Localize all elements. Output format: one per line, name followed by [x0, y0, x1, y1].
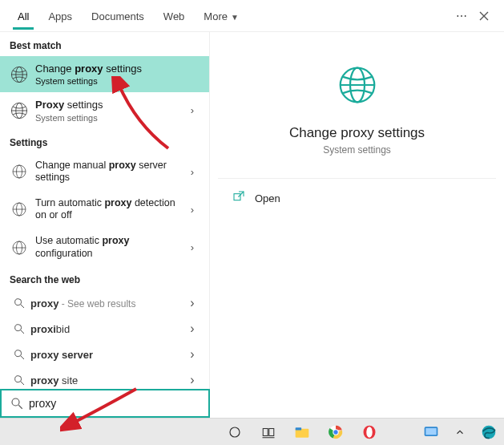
search-icon — [8, 322, 30, 335]
tab-apps[interactable]: Apps — [38, 2, 82, 29]
result-subtitle: System settings — [35, 113, 183, 123]
section-best-match: Best match — [0, 32, 209, 56]
search-tabs: All Apps Documents Web More▼ ⋯ — [0, 0, 504, 32]
section-search-web: Search the web — [0, 266, 209, 290]
result-title: proxibid — [30, 323, 183, 335]
taskbar-cortana-icon[interactable] — [223, 420, 247, 444]
result-settings-0[interactable]: Change manual proxy server settings › — [0, 153, 209, 191]
more-options-icon[interactable]: ⋯ — [456, 10, 467, 22]
close-icon[interactable] — [478, 10, 490, 22]
taskbar-opera-icon[interactable] — [357, 420, 381, 444]
svg-line-16 — [21, 305, 24, 308]
result-title: Change proxy settings — [35, 63, 201, 75]
taskbar-taskview-icon[interactable] — [256, 420, 280, 444]
globe-icon — [8, 164, 30, 180]
result-title: Turn automatic proxy detection on or off — [35, 197, 183, 222]
taskbar — [0, 418, 504, 445]
tab-documents[interactable]: Documents — [82, 2, 154, 29]
svg-point-41 — [366, 427, 373, 437]
result-subtitle: System settings — [35, 76, 201, 86]
detail-subtitle: System settings — [323, 144, 391, 156]
globe-icon — [8, 101, 30, 120]
chevron-right-icon[interactable]: › — [183, 347, 201, 362]
chevron-down-icon: ▼ — [231, 13, 239, 22]
globe-icon — [335, 63, 380, 111]
result-title: proxy - See web results — [30, 297, 183, 309]
chevron-right-icon[interactable]: › — [183, 241, 201, 253]
svg-rect-33 — [269, 428, 274, 435]
globe-icon — [8, 65, 30, 84]
results-panel: Best match Change proxy settings System … — [0, 32, 210, 416]
search-icon — [8, 297, 30, 309]
taskbar-app-icon[interactable] — [419, 420, 443, 444]
section-settings: Settings — [0, 129, 209, 153]
svg-point-19 — [15, 350, 22, 357]
svg-line-20 — [21, 356, 24, 359]
search-icon — [8, 396, 26, 411]
tab-web[interactable]: Web — [154, 2, 195, 29]
result-title: Proxy settings — [35, 99, 183, 111]
search-icon — [8, 374, 30, 386]
detail-title: Change proxy settings — [289, 125, 425, 141]
globe-icon — [8, 201, 30, 217]
svg-point-15 — [15, 299, 22, 305]
result-title: Use automatic proxy configuration — [35, 235, 183, 260]
svg-rect-28 — [234, 194, 240, 200]
svg-point-31 — [230, 427, 240, 437]
svg-point-29 — [12, 398, 19, 406]
chevron-right-icon[interactable]: › — [183, 322, 201, 336]
chevron-right-icon[interactable]: › — [183, 204, 201, 216]
result-settings-2[interactable]: Use automatic proxy configuration › — [0, 229, 209, 266]
svg-rect-32 — [263, 428, 268, 435]
result-best-match-0[interactable]: Change proxy settings System settings — [0, 56, 209, 92]
result-web-0[interactable]: proxy - See web results › — [0, 290, 209, 316]
search-icon — [8, 348, 30, 361]
chevron-right-icon[interactable]: › — [183, 166, 201, 178]
svg-point-39 — [333, 430, 337, 434]
tab-more[interactable]: More▼ — [194, 2, 248, 29]
svg-line-18 — [21, 330, 24, 334]
open-action[interactable]: Open — [218, 179, 496, 217]
globe-icon — [8, 240, 30, 256]
svg-point-21 — [15, 376, 22, 382]
tab-more-label: More — [204, 10, 228, 22]
taskbar-edge-icon[interactable] — [477, 420, 501, 444]
taskbar-explorer-icon[interactable] — [290, 420, 314, 444]
taskbar-chrome-icon[interactable] — [324, 420, 348, 444]
result-title: proxy server — [30, 349, 183, 361]
open-label: Open — [255, 192, 280, 204]
chevron-right-icon[interactable]: › — [183, 104, 201, 116]
detail-panel: Change proxy settings System settings Op… — [210, 32, 504, 416]
taskbar-tray-up-icon[interactable] — [448, 420, 472, 444]
chevron-right-icon[interactable]: › — [183, 373, 201, 387]
chevron-right-icon[interactable]: › — [183, 296, 201, 310]
result-title: Change manual proxy server settings — [35, 160, 183, 184]
result-web-1[interactable]: proxibid › — [0, 316, 209, 342]
search-bar[interactable] — [0, 389, 210, 418]
svg-rect-43 — [425, 428, 436, 435]
tab-all[interactable]: All — [8, 2, 38, 29]
svg-rect-36 — [296, 427, 302, 430]
result-web-2[interactable]: proxy server › — [0, 342, 209, 367]
svg-line-22 — [21, 382, 24, 385]
svg-point-17 — [15, 325, 22, 331]
result-settings-1[interactable]: Turn automatic proxy detection on or off… — [0, 191, 209, 229]
open-external-icon — [232, 190, 245, 206]
search-input[interactable] — [26, 397, 202, 410]
svg-line-30 — [18, 405, 22, 409]
result-title: proxy site — [30, 374, 183, 386]
result-best-match-1[interactable]: Proxy settings System settings › — [0, 92, 209, 128]
